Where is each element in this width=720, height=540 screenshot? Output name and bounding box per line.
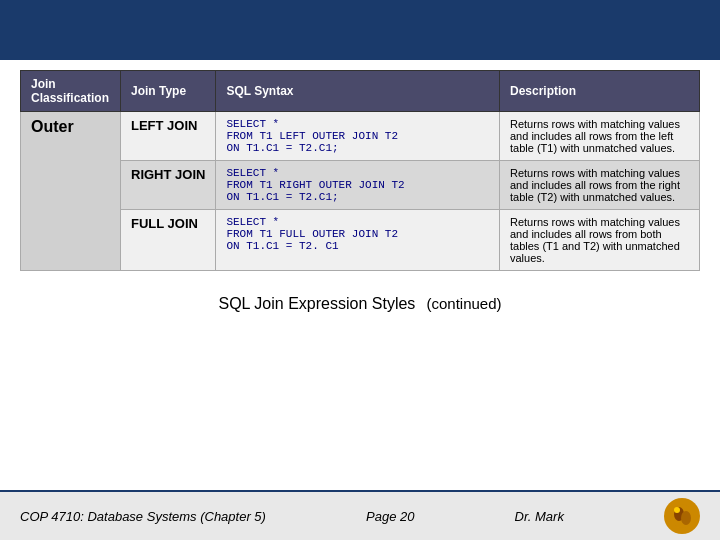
table-header-row: Join Classification Join Type SQL Syntax… (21, 71, 700, 112)
top-bar (0, 0, 720, 60)
desc-full: Returns rows with matching values and in… (500, 210, 700, 271)
section-title: SQL Join Expression Styles (continued) (219, 291, 502, 314)
footer: COP 4710: Database Systems (Chapter 5) P… (0, 490, 720, 540)
footer-left: COP 4710: Database Systems (Chapter 5) (20, 509, 266, 524)
join-type-full: FULL JOIN (121, 210, 216, 271)
table-row: FULL JOIN SELECT * FROM T1 FULL OUTER JO… (21, 210, 700, 271)
desc-left: Returns rows with matching values and in… (500, 112, 700, 161)
sql-right: SELECT * FROM T1 RIGHT OUTER JOIN T2 ON … (216, 161, 500, 210)
classification-cell: Outer (21, 112, 121, 271)
section-title-main: SQL Join Expression Styles (219, 295, 416, 312)
header-join-type: Join Type (121, 71, 216, 112)
section-title-sub: (continued) (426, 295, 501, 312)
header-classification: Join Classification (21, 71, 121, 112)
header-sql-syntax: SQL Syntax (216, 71, 500, 112)
sql-left: SELECT * FROM T1 LEFT OUTER JOIN T2 ON T… (216, 112, 500, 161)
footer-right: Dr. Mark (515, 509, 564, 524)
main-content: Join Classification Join Type SQL Syntax… (0, 60, 720, 490)
join-type-right: RIGHT JOIN (121, 161, 216, 210)
svg-point-3 (674, 507, 680, 513)
header-description: Description (500, 71, 700, 112)
join-table: Join Classification Join Type SQL Syntax… (20, 70, 700, 271)
sql-full: SELECT * FROM T1 FULL OUTER JOIN T2 ON T… (216, 210, 500, 271)
page-wrapper: Join Classification Join Type SQL Syntax… (0, 0, 720, 540)
footer-center: Page 20 (366, 509, 414, 524)
desc-right: Returns rows with matching values and in… (500, 161, 700, 210)
footer-logo (664, 498, 700, 534)
svg-point-2 (681, 511, 691, 525)
join-type-left: LEFT JOIN (121, 112, 216, 161)
table-row: RIGHT JOIN SELECT * FROM T1 RIGHT OUTER … (21, 161, 700, 210)
table-row: Outer LEFT JOIN SELECT * FROM T1 LEFT OU… (21, 112, 700, 161)
